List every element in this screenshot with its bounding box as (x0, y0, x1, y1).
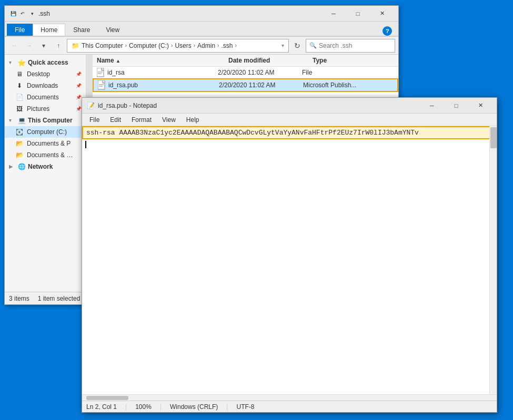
desktop: 💾 ↶ ▾ .ssh ─ □ ✕ File Home Share View ? (0, 0, 513, 420)
network-icon: 🌐 (17, 162, 26, 171)
sidebar-item-docs-p1[interactable]: 📂 Documents & P (5, 138, 86, 149)
notepad-scrollbar-thumb[interactable] (490, 127, 497, 148)
save-quick-btn[interactable]: 💾 (9, 9, 17, 18)
undo-quick-btn[interactable]: ↶ (18, 9, 27, 18)
tab-share[interactable]: Share (65, 24, 98, 36)
notepad-horizontal-scrollbar[interactable] (82, 394, 497, 401)
col-header-size[interactable]: Size (391, 57, 398, 64)
path-part-5[interactable]: .ssh (221, 42, 233, 49)
window-controls: ─ □ ✕ (321, 6, 394, 22)
path-chevron-5: › (235, 43, 236, 48)
minimize-button[interactable]: ─ (321, 6, 346, 22)
notepad-icon: 📝 (86, 101, 95, 110)
file-name-idrsapub-text: id_rsa.pub (108, 81, 138, 89)
notepad-maximize-button[interactable]: □ (444, 98, 468, 114)
file-list-header: Name ▲ Date modified Type Size (93, 55, 398, 67)
expand-icon: ▾ (9, 60, 15, 65)
notepad-scrollbar[interactable] (489, 126, 497, 394)
notepad-line-ending: Windows (CRLF) (170, 403, 218, 411)
file-explorer-title-bar: 💾 ↶ ▾ .ssh ─ □ ✕ (5, 6, 398, 22)
this-computer-expand-icon: ▾ (9, 118, 15, 123)
col-header-date[interactable]: Date modified (228, 57, 313, 64)
close-button[interactable]: ✕ (370, 6, 394, 22)
sidebar: ▾ ⭐ Quick access 🖥 Desktop 📌 ⬇ Downloads… (5, 55, 86, 292)
selected-count: 1 item selected (38, 295, 81, 302)
pin-icon-pictures: 📌 (76, 106, 82, 111)
address-path[interactable]: 📁 This Computer › Computer (C:) › Users … (67, 39, 289, 53)
sidebar-item-c-drive[interactable]: 💽 Computer (C:) (5, 126, 86, 138)
path-part-2[interactable]: Computer (C:) (129, 42, 169, 49)
qa-dropdown[interactable]: ▾ (28, 9, 36, 18)
docs-p2-label: Documents & Po (27, 151, 74, 159)
help-button[interactable]: ? (383, 26, 392, 36)
idrsa-file-icon (97, 68, 105, 77)
downloads-label: Downloads (27, 82, 58, 89)
search-input[interactable] (319, 42, 391, 49)
table-row[interactable]: id_rsa.pub 2/20/2020 11:02 AM Microsoft … (93, 78, 398, 92)
notepad-menu-format[interactable]: Format (126, 115, 157, 125)
col-header-type[interactable]: Type (313, 57, 391, 64)
notepad-menu-edit[interactable]: Edit (105, 115, 126, 125)
file-date-idrsapub: 2/20/2020 11:02 AM (219, 81, 303, 89)
up-button[interactable]: ↑ (52, 39, 65, 52)
sidebar-section-this-computer[interactable]: ▾ 💻 This Computer (5, 115, 86, 126)
notepad-menu-view[interactable]: View (157, 115, 181, 125)
recent-locations-button[interactable]: ▾ (37, 39, 50, 52)
notepad-status-bar: Ln 2, Col 1 | 100% | Windows (CRLF) | UT… (82, 401, 497, 412)
tab-home[interactable]: Home (33, 24, 65, 36)
maximize-button[interactable]: □ (346, 6, 370, 22)
documents-icon: 📄 (15, 93, 24, 101)
downloads-icon: ⬇ (15, 81, 24, 90)
path-chevron-4: › (217, 43, 219, 48)
back-button[interactable]: ← (8, 39, 21, 52)
file-name-idrsa: id_rsa (97, 68, 218, 77)
pictures-icon: 🖼 (15, 105, 24, 113)
notepad-window: 📝 id_rsa.pub - Notepad ─ □ ✕ File Edit F… (82, 97, 497, 413)
address-bar: ← → ▾ ↑ 📁 This Computer › Computer (C:) … (5, 37, 398, 55)
quick-access-icon: ⭐ (17, 58, 26, 67)
notepad-zoom: 100% (135, 403, 152, 411)
ribbon: File Home Share View ? (5, 22, 398, 37)
sidebar-item-pictures[interactable]: 🖼 Pictures 📌 (5, 103, 86, 115)
notepad-content-line1: ssh-rsa AAAAB3NzaC1yc2EAAAADAQABAABAQCwD… (86, 129, 419, 137)
notepad-empty-content[interactable] (82, 150, 497, 394)
sidebar-item-docs-p2[interactable]: 📂 Documents & Po (5, 149, 86, 161)
sidebar-item-documents[interactable]: 📄 Documents 📌 (5, 91, 86, 103)
horizontal-scroll-thumb[interactable] (86, 396, 128, 400)
notepad-content-area[interactable]: ssh-rsa AAAAB3NzaC1yc2EAAAADAQABAABAQCwD… (82, 126, 497, 394)
tab-view[interactable]: View (98, 24, 127, 36)
docs-p1-icon: 📂 (15, 139, 24, 148)
network-expand-icon: ▶ (9, 164, 15, 169)
path-part-1[interactable]: This Computer (82, 42, 123, 49)
sidebar-section-network[interactable]: ▶ 🌐 Network (5, 161, 86, 172)
this-computer-icon: 💻 (17, 116, 26, 125)
col-header-name[interactable]: Name ▲ (97, 57, 228, 64)
search-box[interactable]: 🔍 (306, 39, 395, 53)
tab-file[interactable]: File (7, 24, 33, 36)
path-expand-icon[interactable]: ▾ (281, 43, 284, 48)
path-part-3[interactable]: Users (175, 42, 191, 49)
c-drive-icon: 💽 (15, 128, 24, 136)
c-drive-label: Computer (C:) (27, 128, 67, 136)
notepad-minimize-button[interactable]: ─ (420, 98, 444, 114)
notepad-window-controls: ─ □ ✕ (420, 98, 492, 114)
table-row[interactable]: id_rsa 2/20/2020 11:02 AM File 2 KB (93, 67, 398, 78)
notepad-menu-help[interactable]: Help (181, 115, 205, 125)
explorer-window-title: .ssh (38, 10, 321, 17)
search-icon: 🔍 (309, 42, 317, 49)
notepad-sep-1: | (125, 403, 127, 411)
file-name-idrsa-text: id_rsa (107, 69, 125, 76)
desktop-label: Desktop (27, 70, 50, 78)
file-name-idrsapub: id_rsa.pub (98, 81, 219, 89)
sidebar-item-downloads[interactable]: ⬇ Downloads 📌 (5, 80, 86, 91)
sidebar-section-quick-access[interactable]: ▾ ⭐ Quick access (5, 57, 86, 68)
notepad-menu-file[interactable]: File (84, 115, 105, 125)
notepad-title-bar: 📝 id_rsa.pub - Notepad ─ □ ✕ (82, 98, 497, 114)
path-part-4[interactable]: Admin (197, 42, 215, 49)
sidebar-item-desktop[interactable]: 🖥 Desktop 📌 (5, 68, 86, 80)
path-chevron-1: › (125, 43, 127, 48)
path-folder-icon: 📁 (72, 42, 79, 49)
forward-button[interactable]: → (23, 39, 35, 52)
refresh-button[interactable]: ↻ (291, 39, 304, 52)
notepad-close-button[interactable]: ✕ (468, 98, 492, 114)
